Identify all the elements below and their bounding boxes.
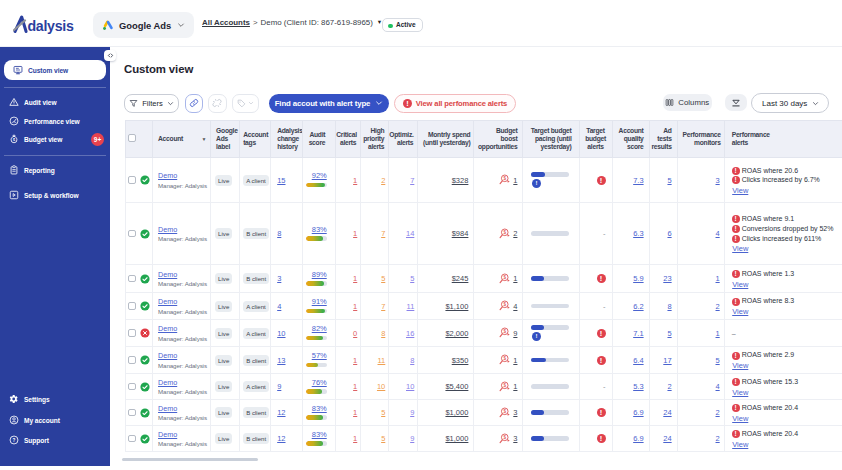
svg-text:$: $	[503, 435, 506, 440]
svg-text:$: $	[503, 356, 506, 361]
svg-text:$: $	[503, 275, 506, 280]
svg-text:$: $	[503, 383, 506, 388]
svg-text:$: $	[13, 138, 16, 142]
svg-text:$: $	[503, 230, 506, 235]
svg-text:?: ?	[13, 437, 16, 442]
svg-text:dalysis: dalysis	[28, 18, 74, 34]
svg-text:$: $	[503, 302, 506, 307]
svg-text:$: $	[503, 409, 506, 414]
svg-text:$: $	[503, 329, 506, 334]
svg-text:$: $	[503, 176, 506, 181]
